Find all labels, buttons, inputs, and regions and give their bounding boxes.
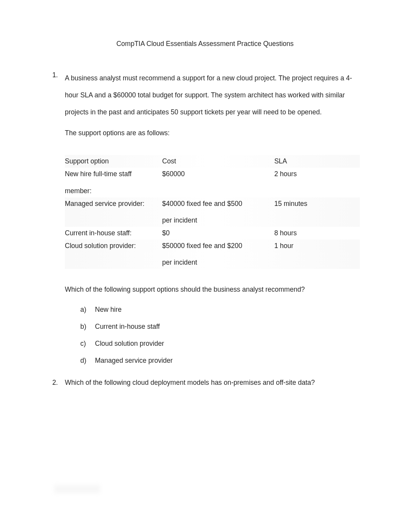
option-b-text: Current in-house staff (95, 321, 360, 331)
row-4-sla: 1 hour (274, 240, 360, 269)
row-4-cost: $50000 fixed fee and $200per incident (162, 240, 274, 269)
row-2-option: Managed service provider: (65, 197, 162, 227)
header-sla: SLA (274, 155, 360, 168)
option-b-letter: b) (80, 321, 95, 331)
question-1-intro: The support options are as follows: (65, 125, 360, 142)
question-2: 2. Which of the following cloud deployme… (50, 377, 360, 388)
table-row: Cloud solution provider: $50000 fixed fe… (65, 240, 360, 269)
row-3-sla: 8 hours (274, 227, 360, 240)
option-a-text: New hire (95, 304, 360, 314)
option-b: b) Current in-house staff (80, 321, 360, 331)
table-row: Current in-house staff: $0 8 hours (65, 227, 360, 240)
row-1-sla: 2 hours (274, 168, 360, 197)
option-a: a) New hire (80, 304, 360, 314)
row-2-sla: 15 minutes (274, 197, 360, 227)
header-support-option: Support option (65, 155, 162, 168)
option-d-text: Managed service provider (95, 355, 360, 365)
option-d: d) Managed service provider (80, 355, 360, 365)
header-cost: Cost (162, 155, 274, 168)
question-2-number: 2. (50, 377, 65, 388)
option-c-text: Cloud solution provider (95, 338, 360, 348)
row-4-option: Cloud solution provider: (65, 240, 162, 269)
question-1-number: 1. (50, 70, 65, 80)
footer-blur-decoration (54, 485, 100, 493)
option-d-letter: d) (80, 355, 95, 365)
question-1: 1. A business analyst must recommend a s… (50, 70, 360, 365)
row-1-cost: $60000 (162, 168, 274, 197)
option-c: c) Cloud solution provider (80, 338, 360, 348)
row-3-cost: $0 (162, 227, 274, 240)
question-1-followup: Which of the following support options s… (65, 284, 360, 294)
table-header-row: Support option Cost SLA (65, 155, 360, 168)
table-row: Managed service provider: $40000 fixed f… (65, 197, 360, 227)
table-row: New hire full-time staffmember: $60000 2… (65, 168, 360, 197)
row-2-cost: $40000 fixed fee and $500per incident (162, 197, 274, 227)
question-1-options: a) New hire b) Current in-house staff c)… (80, 304, 360, 366)
question-1-text: A business analyst must recommend a supp… (65, 70, 360, 121)
option-c-letter: c) (80, 338, 95, 348)
option-a-letter: a) (80, 304, 95, 314)
row-1-option: New hire full-time staffmember: (65, 168, 162, 197)
document-title: CompTIA Cloud Essentials Assessment Prac… (50, 39, 360, 49)
question-2-text: Which of the following cloud deployment … (65, 377, 360, 388)
support-options-table: Support option Cost SLA New hire full-ti… (65, 155, 360, 269)
row-3-option: Current in-house staff: (65, 227, 162, 240)
